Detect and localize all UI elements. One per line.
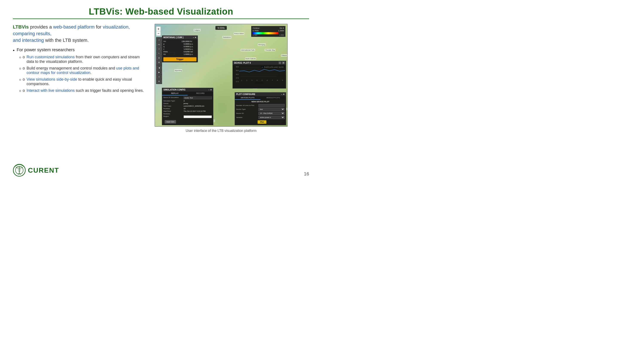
sim-name-input[interactable]: [184, 96, 212, 99]
theta-label: theta: [163, 51, 174, 53]
pc-lines-input[interactable]: [258, 104, 285, 107]
toolbar-grid-btn[interactable]: ⊞: [157, 60, 162, 64]
city-saskatoon: Saskatoon: [222, 36, 232, 38]
x-8: 8: [277, 79, 278, 81]
sim-row-runtime: Runtime: 10: [163, 107, 212, 110]
hz-unit: p.u.: [190, 53, 196, 55]
sub-bullet-4-icon: o: [23, 88, 25, 93]
sim-region-input[interactable]: [184, 115, 212, 118]
toolbar-v-btn[interactable]: V: [157, 47, 162, 51]
sub-bullet-2-text: Build energy management and control modu…: [26, 66, 146, 75]
sim-config-title: SIMULATION CONFIG: [163, 89, 186, 91]
plot-config-close-icon[interactable]: ✕: [283, 93, 285, 95]
pc-variable-select[interactable]: active power ir reactive power voltage: [258, 116, 285, 119]
sim-modules-value: [184, 113, 212, 115]
sim-config-panel: SIMULATION CONFIG − ✕ REPLAY RECORD Name…: [162, 88, 214, 125]
plot-config-minimize-icon[interactable]: −: [281, 93, 282, 95]
trigger-button[interactable]: Trigger: [163, 57, 196, 61]
zoom-in-button[interactable]: +: [156, 26, 161, 31]
pc-plot-button[interactable]: Plot: [258, 120, 266, 124]
timer-value: 9.034s: [218, 26, 224, 29]
plot-config-panel: PLOT CONFIGURE − ✕ DEVICES PLOTS MODULE …: [235, 92, 286, 125]
sim-tab-replay[interactable]: REPLAY: [162, 92, 188, 95]
toolbar-h-btn[interactable]: H: [157, 75, 162, 79]
bullet-list: For power system researchers: [13, 47, 146, 53]
city-calgary: Calgary: [194, 29, 200, 31]
plot-config-controls: − ✕: [281, 93, 285, 95]
vn-unit: kV: [190, 40, 196, 42]
logo-area: CURENT: [13, 164, 59, 177]
pc-device-type-label: Device Type:: [236, 108, 258, 110]
toolbar-select-btn[interactable]: ⊕: [157, 56, 162, 60]
toolbar-theta-btn[interactable]: θ: [157, 38, 162, 42]
slide-container: LTBVis: Web-based Visualization LTBVis p…: [0, 0, 322, 181]
plot-legend: Bus[22] active power injection: [261, 66, 285, 68]
zoom-out-button[interactable]: −: [156, 31, 161, 36]
x-axis: 1 2 3 4 5 6 7 8 9: [239, 79, 285, 81]
hz-label: Hz: [163, 53, 174, 55]
pc-device-type-select[interactable]: bus line generator: [258, 108, 285, 111]
x-6: 6: [267, 79, 268, 81]
sim-config-controls: − ✕: [208, 89, 212, 91]
sub-bullet-2-blue: use plots and contour maps for control v…: [26, 66, 139, 75]
info-row-hz: Hz 1.0000 p.u.: [163, 53, 196, 55]
sim-tab-record[interactable]: RECORD: [188, 92, 213, 95]
intro-text3: and interacting: [13, 37, 44, 43]
sim-row-testcase: Test Case: curent/WECC_WIND50.dm: [163, 105, 212, 107]
pc-row-variable: Variable: active power ir reactive power…: [236, 115, 285, 119]
sim-start-area: Start Sim: [162, 119, 213, 125]
curent-logo-icon: [13, 164, 26, 177]
pc-row-lines: Number of Lines to Plot:: [236, 104, 285, 107]
sub-bullet-3-blue: View simulations side-by-side: [26, 77, 77, 81]
toolbar-play-btn[interactable]: ▶: [157, 70, 162, 74]
gradient-labels: 0.7500 1.2500: [253, 34, 284, 36]
screenshot-wrapper: + − θ Hz V ↖ ⊕ ⊞ ◀ ▶ H ⊕: [154, 24, 288, 127]
legend-line: [262, 67, 263, 67]
intro-text1: provides a: [30, 24, 53, 29]
contour-val1: 0.7500: [253, 29, 259, 32]
y-label-5: 17.2: [236, 81, 239, 82]
sim-row-modules: Modules:: [163, 112, 212, 115]
sub-bullet-2: o Build energy management and control mo…: [13, 66, 146, 75]
info-row-v: v 1.0418 p.u.: [163, 48, 196, 50]
city-prince-albert: Prince Albert: [234, 32, 244, 35]
toolbar-zoom-map-btn[interactable]: ⊕: [157, 79, 162, 83]
sim-testcase-value: curent/WECC_WIND50.dm: [184, 105, 212, 107]
info-row-q: q 0.0000 p.u.: [163, 45, 196, 48]
sim-start-button[interactable]: Start Sim: [165, 120, 176, 123]
pc-device-id-select[interactable]: 15 - PALOVRDE: [258, 112, 285, 115]
plot-config-tab-module[interactable]: MODULE PLOTS: [260, 96, 286, 100]
toolbar-hz-btn[interactable]: Hz: [157, 42, 162, 46]
logo-text: CURENT: [28, 166, 59, 174]
sim-row-region: Region: [163, 115, 212, 118]
plot-config-tab-devices[interactable]: DEVICES PLOTS: [235, 96, 260, 100]
sim-starttime-label: StartTime:: [163, 110, 183, 112]
page-number: 16: [304, 171, 309, 177]
contour-val2: 1.2500: [278, 29, 284, 32]
pc-lines-label: Number of Lines to Plot:: [236, 104, 258, 106]
device-plot-controls: − ✕: [279, 61, 285, 64]
main-bullet-text: For power system researchers: [17, 47, 75, 52]
color-gradient: [253, 32, 278, 34]
toolbar-prev-btn[interactable]: ◀: [157, 66, 162, 70]
grad-label-right: 1.2500: [280, 34, 284, 36]
sim-minimize-icon[interactable]: −: [208, 89, 210, 91]
sub-bullet-1-icon: o: [23, 55, 25, 59]
sub-bullet-3-icon: o: [23, 77, 25, 82]
minimize-icon[interactable]: −: [193, 36, 194, 39]
sim-owner-label: Owner:: [163, 102, 183, 104]
y-label-3: 18.0: [236, 73, 239, 75]
toolbar-cursor-btn[interactable]: ↖: [157, 51, 162, 55]
device-plot-header: DEVICE: PLOT 0 − ✕: [233, 61, 286, 65]
sim-runtime-value: 10: [184, 108, 212, 110]
sim-close-icon[interactable]: ✕: [210, 89, 212, 91]
device-plot-close[interactable]: ✕: [282, 61, 285, 64]
contour-sto: Sto ▾: [280, 27, 284, 29]
x-1: 1: [241, 79, 242, 81]
v-unit: p.u.: [190, 48, 196, 50]
p-label: p: [163, 43, 174, 45]
device-plot-minimize[interactable]: −: [279, 61, 281, 64]
sim-config-header: SIMULATION CONFIG − ✕: [162, 88, 213, 92]
info-row-vn: Vn: 138.0000 kV: [163, 40, 196, 43]
close-icon[interactable]: ✕: [195, 36, 196, 39]
